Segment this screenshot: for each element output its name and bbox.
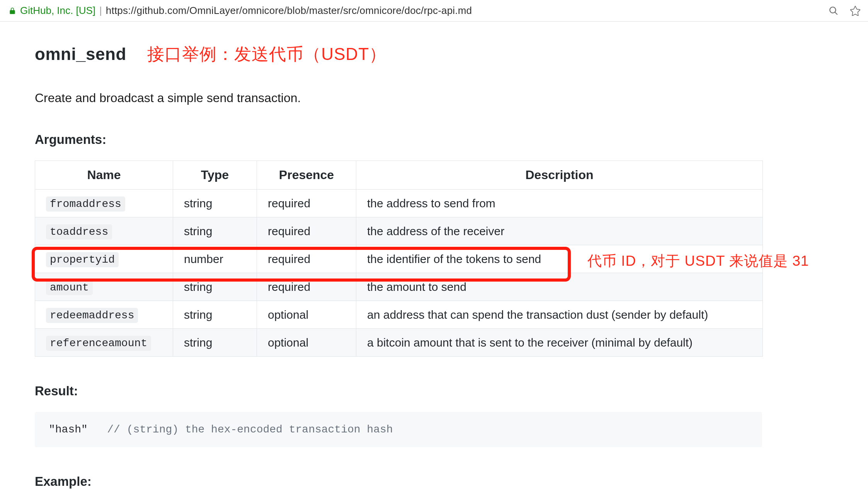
ssl-cert-label: GitHub, Inc. [US]: [20, 5, 95, 17]
arg-presence-cell: optional: [257, 329, 356, 357]
table-row: amountstringrequiredthe amount to send: [35, 273, 763, 301]
arg-name-cell: redeemaddress: [35, 301, 173, 329]
table-row: fromaddressstringrequiredthe address to …: [35, 190, 763, 217]
arg-name-code: fromaddress: [46, 196, 125, 212]
col-presence: Presence: [257, 161, 356, 190]
page-url[interactable]: https://github.com/OmniLayer/omnicore/bl…: [106, 5, 472, 17]
arg-type-cell: string: [173, 190, 257, 217]
table-row: referenceamountstringoptionala bitcoin a…: [35, 329, 763, 357]
api-method-heading: omni_send: [35, 44, 126, 64]
arg-description-cell: the address to send from: [356, 190, 763, 217]
annotation-heading: 接口举例：发送代币（USDT）: [147, 44, 386, 63]
arg-description-cell: an address that can spend the transactio…: [356, 301, 763, 329]
arg-presence-cell: required: [257, 217, 356, 245]
arg-type-cell: string: [173, 217, 257, 245]
table-row: redeemaddressstringoptionalan address th…: [35, 301, 763, 329]
zoom-icon[interactable]: [829, 6, 839, 16]
col-type: Type: [173, 161, 257, 190]
star-icon[interactable]: [850, 6, 860, 16]
arg-name-code: propertyid: [46, 252, 119, 267]
url-separator: |: [99, 5, 102, 17]
highlight-note: 代币 ID，对于 USDT 来说值是 31: [587, 251, 809, 271]
arg-type-cell: number: [173, 245, 257, 273]
result-code-block: "hash" // (string) the hex-encoded trans…: [35, 412, 762, 447]
arg-type-cell: string: [173, 301, 257, 329]
arg-name-cell: referenceamount: [35, 329, 173, 357]
arg-presence-cell: required: [257, 245, 356, 273]
result-comment: // (string) the hex-encoded transaction …: [107, 424, 393, 436]
arg-name-code: redeemaddress: [46, 308, 138, 323]
arg-description-cell: the address of the receiver: [356, 217, 763, 245]
arg-type-cell: string: [173, 329, 257, 357]
table-header-row: Name Type Presence Description: [35, 161, 763, 190]
col-description: Description: [356, 161, 763, 190]
arg-description-cell: a bitcoin amount that is sent to the rec…: [356, 329, 763, 357]
arg-name-code: referenceamount: [46, 336, 151, 351]
table-row: toaddressstringrequiredthe address of th…: [35, 217, 763, 245]
arg-type-cell: string: [173, 273, 257, 301]
arg-presence-cell: required: [257, 273, 356, 301]
lock-icon: [9, 7, 16, 15]
browser-url-bar: GitHub, Inc. [US] | https://github.com/O…: [0, 0, 868, 22]
arg-name-code: amount: [46, 280, 93, 295]
arg-presence-cell: optional: [257, 301, 356, 329]
arg-name-cell: propertyid: [35, 245, 173, 273]
arg-name-cell: fromaddress: [35, 190, 173, 217]
col-name: Name: [35, 161, 173, 190]
result-hash: "hash": [49, 424, 88, 436]
arg-presence-cell: required: [257, 190, 356, 217]
arg-name-code: toaddress: [46, 224, 112, 239]
example-label: Example:: [35, 474, 808, 489]
arguments-label: Arguments:: [35, 132, 808, 147]
arg-name-cell: amount: [35, 273, 173, 301]
method-description: Create and broadcast a simple send trans…: [35, 91, 808, 105]
arg-description-cell: the amount to send: [356, 273, 763, 301]
result-label: Result:: [35, 384, 808, 398]
arg-name-cell: toaddress: [35, 217, 173, 245]
